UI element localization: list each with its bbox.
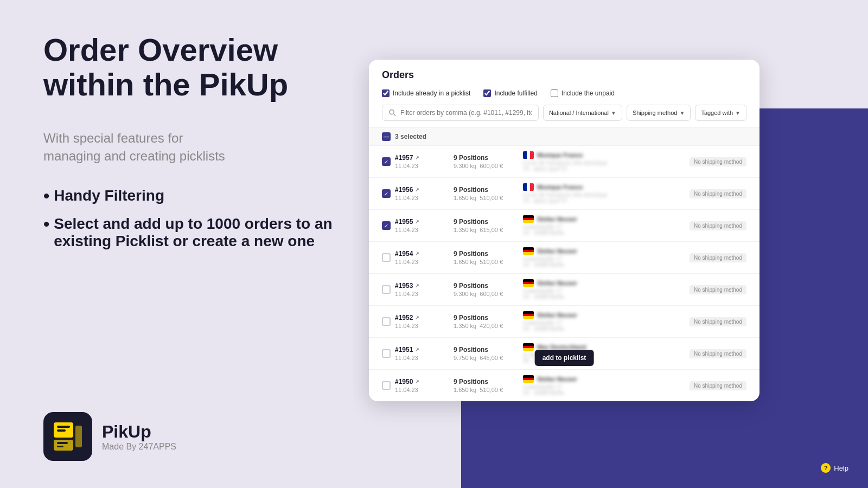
shipping-badge: No shipping method (690, 221, 746, 230)
customer-name: Monique France (537, 152, 583, 158)
order-info-#1952: #1952 ↗ 11.04.23 (395, 314, 449, 329)
row-checkbox-#1951[interactable] (382, 349, 391, 358)
positions-info: 9 Positions 9.300 kg 600,00 € (454, 282, 519, 297)
order-number: #1955 ↗ (395, 218, 449, 226)
external-link-icon: ↗ (415, 187, 419, 192)
shipping-badge: No shipping method (690, 317, 746, 326)
svg-rect-4 (57, 429, 66, 432)
positions-info: 9 Positions 9.750 kg 645,00 € (454, 346, 519, 361)
positions-weight: 1.350 kg 615,00 € (454, 227, 519, 233)
right-panel: Orders Include already in a picklist Inc… (353, 0, 868, 488)
svg-rect-6 (57, 446, 63, 447)
country-flag (523, 279, 534, 287)
brand-made-by: Made By 247APPS (102, 442, 176, 452)
flag-name: Monique France (523, 151, 685, 159)
order-number: #1957 ↗ (395, 154, 449, 162)
external-link-icon: ↗ (415, 251, 419, 256)
dropdown-shipping[interactable]: Shipping method ▼ (627, 105, 691, 121)
select-all-checkbox[interactable] (382, 132, 391, 141)
flag-name: Stefan Neuser (523, 247, 685, 255)
external-link-icon: ↗ (415, 155, 419, 160)
customer-address: Lindenstraße 1710 - 10889 Berlin (523, 384, 685, 396)
customer-info: Stefan Neuser Lindenstraße 1710 - 10889 … (523, 311, 685, 332)
feature-item-2: • Select and add up to 1000 orders to an… (43, 215, 358, 250)
order-number: #1950 ↗ (395, 378, 449, 386)
flag-name: Monique France (523, 183, 685, 191)
customer-name: Stefan Neuser (537, 280, 577, 286)
customer-name: Monique France (537, 184, 583, 190)
table-row[interactable]: #1952 ↗ 11.04.23 9 Positions 1.350 kg 42… (369, 305, 760, 337)
table-row[interactable]: #1953 ↗ 11.04.23 9 Positions 9.300 kg 60… (369, 273, 760, 305)
table-row[interactable]: #1950 ↗ 11.04.23 9 Positions 1.650 kg 51… (369, 369, 760, 401)
country-flag (523, 247, 534, 255)
chevron-down-icon: ▼ (735, 110, 741, 116)
feature-item-1: • Handy Filtering (43, 187, 358, 204)
positions-weight: 1.650 kg 510,00 € (454, 387, 519, 393)
positions-label: 9 Positions (454, 154, 519, 162)
positions-label: 9 Positions (454, 282, 519, 290)
order-info-#1950: #1950 ↗ 11.04.23 (395, 378, 449, 393)
table-row[interactable]: #1955 ↗ 11.04.23 9 Positions 1.350 kg 61… (369, 209, 760, 241)
country-flag (523, 215, 534, 223)
row-checkbox-#1955[interactable] (382, 221, 391, 230)
row-checkbox-#1956[interactable] (382, 189, 391, 198)
search-input[interactable] (400, 109, 532, 117)
external-link-icon: ↗ (415, 219, 419, 224)
chevron-down-icon: ▼ (679, 110, 685, 116)
positions-info: 9 Positions 1.650 kg 510,00 € (454, 250, 519, 265)
country-flag (523, 311, 534, 319)
orders-panel: Orders Include already in a picklist Inc… (369, 60, 760, 401)
customer-info: Stefan Neuser Lindenstraße 1710 - 10889 … (523, 375, 685, 396)
brand-name: PikUp (102, 422, 176, 442)
row-checkbox-#1952[interactable] (382, 317, 391, 326)
main-title: Order Overview within the PikUp (43, 33, 358, 102)
customer-name: Stefan Neuser (537, 312, 577, 318)
filter-checkboxes: Include already in a picklist Include fu… (382, 89, 746, 97)
order-info-#1951: #1951 ↗ 11.04.23 (395, 346, 449, 361)
positions-weight: 1.650 kg 510,00 € (454, 259, 519, 265)
add-to-picklist-tooltip: add to picklist (535, 350, 594, 366)
search-row: National / International ▼ Shipping meth… (382, 105, 746, 127)
table-row[interactable]: #1957 ↗ 11.04.23 9 Positions 9.300 kg 60… (369, 145, 760, 177)
country-flag (523, 183, 534, 191)
positions-weight: 9.300 kg 600,00 € (454, 291, 519, 297)
selected-badge: 3 selected (382, 132, 426, 141)
table-row[interactable]: #1956 ↗ 11.04.23 9 Positions 1.650 kg 51… (369, 177, 760, 209)
checkbox-picklist-input[interactable] (382, 89, 390, 97)
shipping-badge: No shipping method (690, 253, 746, 262)
customer-address: Lindenstraße 1710 - 10889 Berlin (523, 288, 685, 300)
customer-info: Stefan Neuser Lindenstraße 1710 - 10889 … (523, 215, 685, 236)
positions-info: 9 Positions 1.350 kg 615,00 € (454, 218, 519, 233)
checkbox-include-picklist[interactable]: Include already in a picklist (382, 89, 470, 97)
shipping-badge: No shipping method (690, 381, 746, 390)
table-row[interactable]: #1954 ↗ 11.04.23 9 Positions 1.650 kg 51… (369, 241, 760, 273)
customer-name: Stefan Neuser (537, 248, 577, 254)
positions-info: 9 Positions 1.650 kg 510,00 € (454, 186, 519, 201)
positions-label: 9 Positions (454, 378, 519, 386)
positions-label: 9 Positions (454, 346, 519, 354)
brand-icon (43, 412, 92, 461)
positions-label: 9 Positions (454, 186, 519, 194)
search-box[interactable] (382, 105, 539, 121)
flag-name: Stefan Neuser (523, 311, 685, 319)
flag-name: Stefan Neuser (523, 279, 685, 287)
svg-rect-2 (75, 426, 82, 447)
checkbox-include-unpaid[interactable]: Include the unpaid (551, 89, 615, 97)
checkbox-include-fulfilled[interactable]: Include fulfilled (483, 89, 537, 97)
positions-weight: 1.350 kg 420,00 € (454, 323, 519, 329)
dropdown-national[interactable]: National / International ▼ (543, 105, 622, 121)
positions-info: 9 Positions 9.300 kg 600,00 € (454, 154, 519, 169)
row-checkbox-#1954[interactable] (382, 253, 391, 262)
help-button[interactable]: ? Help (812, 459, 857, 477)
row-checkbox-#1957[interactable] (382, 157, 391, 166)
order-info-#1957: #1957 ↗ 11.04.23 (395, 154, 449, 169)
positions-info: 9 Positions 1.350 kg 420,00 € (454, 314, 519, 329)
customer-address: Lindenstraße 1710 - 10889 Berlin (523, 256, 685, 268)
dropdown-tagged[interactable]: Tagged with ▼ (695, 105, 746, 121)
positions-label: 9 Positions (454, 250, 519, 258)
checkbox-fulfilled-input[interactable] (483, 89, 491, 97)
checkbox-unpaid-input[interactable] (551, 89, 558, 97)
row-checkbox-#1950[interactable] (382, 381, 391, 390)
customer-address: il a as de l'ancienne côte electrique75 … (523, 160, 685, 172)
row-checkbox-#1953[interactable] (382, 285, 391, 294)
